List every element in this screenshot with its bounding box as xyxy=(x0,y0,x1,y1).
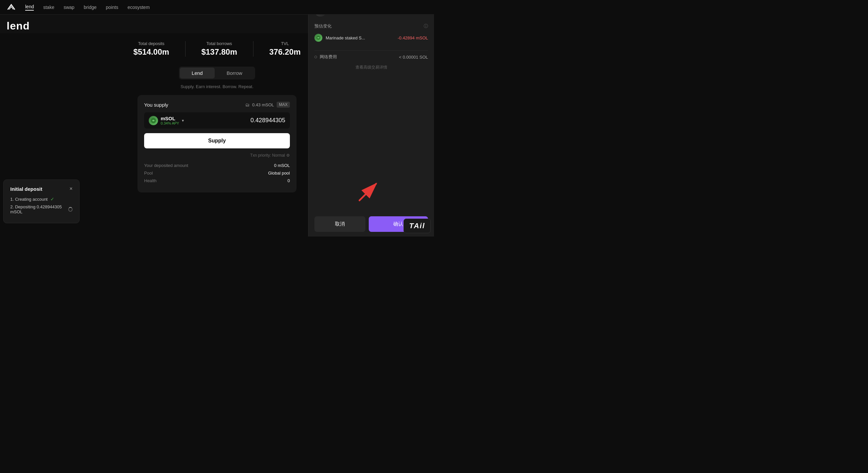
token-row: mSOL 0.34% APY ▾ 0.428944305 xyxy=(144,112,290,128)
step1-row: 1. Creating account ✓ xyxy=(10,196,72,202)
estimated-change-title: 预估变化 ⓘ xyxy=(314,23,428,29)
deposited-amount-value: 0 mSOL xyxy=(274,163,290,168)
stat-deposits-value: $514.00m xyxy=(133,48,169,57)
nav-points[interactable]: points xyxy=(106,5,118,10)
token-icon xyxy=(149,116,158,125)
page-title: lend xyxy=(7,20,30,32)
wallet-icon: 🗂 xyxy=(245,102,249,107)
main-nav: lend stake swap bridge points ecosystem xyxy=(25,4,150,10)
tail-badge: TAil xyxy=(404,219,431,233)
network-fee-row: 网络费用 < 0.00001 SOL xyxy=(314,54,428,60)
stat-tvl-label: TVL xyxy=(269,41,301,46)
nav-lend[interactable]: lend xyxy=(25,4,34,10)
network-fee-value: < 0.00001 SOL xyxy=(399,55,428,60)
change-amount: -0.42894 mSOL xyxy=(398,35,428,40)
max-button[interactable]: MAX xyxy=(277,102,290,108)
stat-tvl-value: 376.20m xyxy=(269,48,301,57)
lend-tab[interactable]: Lend xyxy=(180,68,215,78)
supply-button[interactable]: Supply xyxy=(144,133,290,148)
info-icon: ⓘ xyxy=(424,23,428,29)
token-selector[interactable]: mSOL 0.34% APY ▾ xyxy=(149,116,184,125)
close-modal-button[interactable]: × xyxy=(69,186,72,192)
deposited-amount-row: Your deposited amount 0 mSOL xyxy=(144,163,290,168)
advanced-link[interactable]: 查看高级交易详情 xyxy=(314,65,428,70)
header: lend stake swap bridge points ecosystem xyxy=(0,0,434,14)
stat-borrows-label: Total borrows xyxy=(202,41,237,46)
cancel-button[interactable]: 取消 xyxy=(314,216,365,232)
balance-value: 0.43 mSOL xyxy=(252,102,274,107)
token-amount: 0.428944305 xyxy=(250,117,285,124)
pool-label: Pool xyxy=(144,170,153,176)
stat-deposits-label: Total deposits xyxy=(133,41,169,46)
token-name: mSOL xyxy=(161,116,179,121)
check-icon: ✓ xyxy=(50,196,54,202)
tagline: Supply. Earn interest. Borrow. Repeat. xyxy=(181,84,253,89)
change-row: Marinade staked S... -0.42894 mSOL xyxy=(314,34,428,42)
token-apy: 0.34% APY xyxy=(161,121,179,125)
fee-dot-icon xyxy=(314,56,317,58)
step2-label: 2. Depositing 0.428944305 mSOL xyxy=(10,204,66,214)
lend-borrow-toggle: Lend Borrow xyxy=(179,67,255,80)
right-panel: app.marginfi.com 预估变化 ⓘ Marinade staked … xyxy=(308,0,434,236)
health-row: Health 0 xyxy=(144,178,290,183)
deposit-modal: Initial deposit × 1. Creating account ✓ … xyxy=(3,180,80,223)
token-info: mSOL 0.34% APY xyxy=(161,116,179,125)
stat-borrows-value: $137.80m xyxy=(202,48,237,57)
supply-card: You supply 🗂 0.43 mSOL MAX mSOL 0.34% AP… xyxy=(137,95,297,192)
chevron-down-icon: ▾ xyxy=(182,118,184,123)
msol-icon xyxy=(314,34,322,42)
txn-priority-label: Txn priority: Normal xyxy=(250,153,285,158)
stat-total-deposits: Total deposits $514.00m xyxy=(118,41,186,57)
logo-icon[interactable] xyxy=(7,3,16,12)
stat-total-borrows: Total borrows $137.80m xyxy=(186,41,253,57)
change-token-label: Marinade staked S... xyxy=(326,35,394,40)
network-fee-label: 网络费用 xyxy=(320,54,337,60)
balance-info: 🗂 0.43 mSOL MAX xyxy=(245,102,290,108)
nav-bridge[interactable]: bridge xyxy=(84,5,97,10)
divider xyxy=(314,50,428,51)
supply-label: You supply xyxy=(144,102,168,108)
pool-row: Pool Global pool xyxy=(144,170,290,176)
health-value: 0 xyxy=(287,178,290,183)
txn-priority: Txn priority: Normal ⚙ xyxy=(144,153,290,158)
pool-value: Global pool xyxy=(268,170,290,176)
step2-row: 2. Depositing 0.428944305 mSOL xyxy=(10,204,72,214)
nav-swap[interactable]: swap xyxy=(64,5,74,10)
deposited-amount-label: Your deposited amount xyxy=(144,163,188,168)
stat-tvl: TVL 376.20m xyxy=(253,41,317,57)
health-label: Health xyxy=(144,178,157,183)
modal-header: Initial deposit × xyxy=(10,186,72,192)
modal-title: Initial deposit xyxy=(10,186,42,192)
nav-ecosystem[interactable]: ecosystem xyxy=(128,5,150,10)
step1-label: 1. Creating account xyxy=(10,197,48,202)
gear-icon[interactable]: ⚙ xyxy=(286,153,290,158)
borrow-tab[interactable]: Borrow xyxy=(215,68,254,78)
spinner-icon xyxy=(68,207,72,212)
nav-stake[interactable]: stake xyxy=(43,5,54,10)
supply-header: You supply 🗂 0.43 mSOL MAX xyxy=(144,102,290,108)
